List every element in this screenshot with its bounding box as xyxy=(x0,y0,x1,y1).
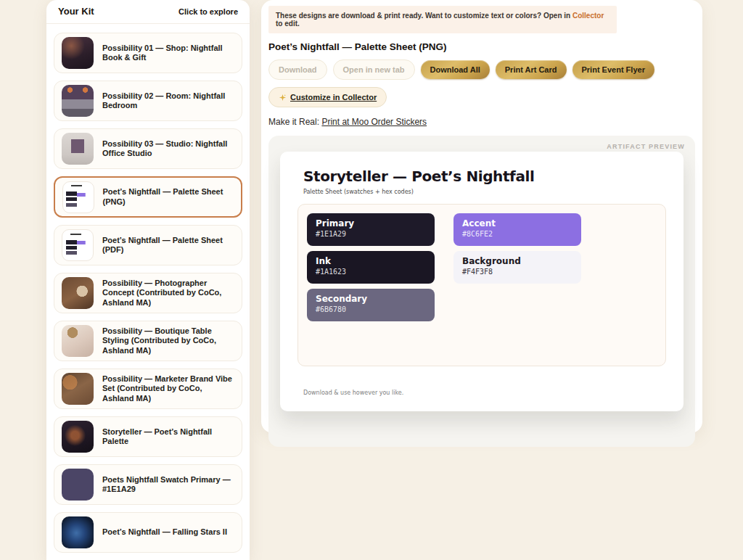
swatch-column-right: Accent #8C6FE2 Background #F4F3F8 xyxy=(453,213,581,284)
kit-item-label: Storyteller — Poet’s Nightfall Palette xyxy=(102,427,234,447)
color-swatch: Ink #1A1623 xyxy=(307,251,435,284)
main-panel: These designs are download & print ready… xyxy=(261,0,702,433)
swatch-name: Ink xyxy=(316,256,426,266)
color-swatch: Accent #8C6FE2 xyxy=(453,213,581,246)
palette-card-title: Storyteller — Poet’s Nightfall xyxy=(303,168,666,185)
moo-stickers-link[interactable]: Print at Moo Order Stickers xyxy=(321,117,427,127)
open-in-new-tab-button[interactable]: Open in new tab xyxy=(333,59,415,80)
palette-card-subtitle: Palette Sheet (swatches + hex codes) xyxy=(303,189,666,195)
print-event-flyer-button[interactable]: Print Event Flyer xyxy=(572,60,654,79)
kit-item-thumbnail xyxy=(62,516,94,548)
download-button[interactable]: Download xyxy=(268,59,327,80)
swatch-panel: Primary #1E1A29 Ink #1A1623 Secondary #6… xyxy=(297,204,666,366)
kit-item[interactable]: Poet’s Nightfall — Palette Sheet (PNG) xyxy=(54,176,242,218)
palette-sheet-card: Storyteller — Poet’s Nightfall Palette S… xyxy=(280,152,684,411)
kit-item[interactable]: Storyteller — Poet’s Nightfall Palette xyxy=(54,416,242,457)
notice-text-after: to edit. xyxy=(276,20,300,28)
swatch-hex: #8C6FE2 xyxy=(462,230,572,238)
swatch-hex: #6B6780 xyxy=(316,305,426,313)
sparkle-icon xyxy=(279,94,287,102)
kit-item[interactable]: Poet’s Nightfall — Falling Stars II xyxy=(54,512,242,553)
kit-item-label: Possibility — Boutique Table Styling (Co… xyxy=(102,326,234,355)
kit-item-thumbnail xyxy=(62,229,94,261)
kit-item[interactable]: Possibility 03 — Studio: Nightfall Offic… xyxy=(54,128,242,169)
swatch-hex: #F4F3F8 xyxy=(462,268,572,276)
color-swatch: Background #F4F3F8 xyxy=(453,251,581,284)
collector-link[interactable]: Collector xyxy=(572,12,604,20)
make-it-real-label: Make it Real: xyxy=(268,117,319,127)
kit-item-label: Possibility 01 — Shop: Nightfall Book & … xyxy=(102,44,234,63)
customize-label: Customize in Collector xyxy=(290,93,377,102)
kit-item[interactable]: Possibility 01 — Shop: Nightfall Book & … xyxy=(54,33,242,73)
kit-item-thumbnail xyxy=(62,277,94,309)
kit-item-label: Poet’s Nightfall — Falling Stars II xyxy=(102,527,227,537)
kit-item-thumbnail xyxy=(62,469,94,501)
print-art-card-button[interactable]: Print Art Card xyxy=(496,60,567,79)
action-button-row: Download Open in new tab Download All Pr… xyxy=(268,59,695,80)
kit-item-thumbnail xyxy=(62,37,94,69)
artifact-preview-badge: ARTIFACT PREVIEW xyxy=(607,143,685,150)
kit-item-thumbnail xyxy=(62,421,94,453)
kit-item[interactable]: Poet’s Nightfall — Palette Sheet (PDF) xyxy=(54,225,242,265)
kit-item-thumbnail xyxy=(62,373,94,405)
customize-in-collector-button[interactable]: Customize in Collector xyxy=(268,87,387,107)
kit-item-label: Poets Nightfall Swatch Primary — #1E1A29 xyxy=(102,475,234,495)
kit-item-thumbnail xyxy=(62,325,94,357)
color-swatch: Primary #1E1A29 xyxy=(307,213,435,246)
kit-item-thumbnail xyxy=(62,181,94,213)
swatch-name: Accent xyxy=(462,218,572,228)
kit-item-label: Poet’s Nightfall — Palette Sheet (PDF) xyxy=(102,236,234,255)
swatch-name: Primary xyxy=(316,218,426,228)
kit-item-thumbnail xyxy=(62,85,94,117)
kit-sidebar: Your Kit Click to explore Possibility 01… xyxy=(46,0,250,560)
palette-card-footer: Download & use however you like. xyxy=(303,390,666,396)
sidebar-title: Your Kit xyxy=(58,6,94,17)
kit-item-label: Possibility 03 — Studio: Nightfall Offic… xyxy=(102,139,234,159)
color-swatch: Secondary #6B6780 xyxy=(307,289,435,321)
kit-item[interactable]: Possibility 02 — Room: Nightfall Bedroom xyxy=(54,81,242,121)
kit-item-label: Possibility 02 — Room: Nightfall Bedroom xyxy=(102,91,234,111)
make-it-real-line: Make it Real: Print at Moo Order Sticker… xyxy=(268,117,695,127)
artifact-page-title: Poet’s Nightfall — Palette Sheet (PNG) xyxy=(268,41,695,52)
kit-item-thumbnail xyxy=(62,133,94,165)
kit-item-label: Possibility — Marketer Brand Vibe Set (C… xyxy=(102,374,234,403)
swatch-hex: #1E1A29 xyxy=(316,230,426,238)
kit-item[interactable]: Poets Nightfall Swatch Primary — #1E1A29 xyxy=(54,464,242,505)
swatch-hex: #1A1623 xyxy=(316,268,426,276)
click-to-explore-hint: Click to explore xyxy=(178,7,238,16)
sidebar-header: Your Kit Click to explore xyxy=(46,0,250,24)
artifact-preview: ARTIFACT PREVIEW Storyteller — Poet’s Ni… xyxy=(268,136,695,447)
kit-item[interactable]: Possibility — Boutique Table Styling (Co… xyxy=(54,321,242,361)
swatch-column-left: Primary #1E1A29 Ink #1A1623 Secondary #6… xyxy=(307,213,435,321)
download-all-button[interactable]: Download All xyxy=(421,60,490,79)
kit-item-label: Poet’s Nightfall — Palette Sheet (PNG) xyxy=(103,187,234,207)
kit-item[interactable]: Possibility — Photographer Concept (Cont… xyxy=(54,273,242,313)
kit-item-label: Possibility — Photographer Concept (Cont… xyxy=(102,279,234,308)
swatch-name: Background xyxy=(462,256,572,266)
notice-banner: These designs are download & print ready… xyxy=(268,6,617,33)
kit-item-list: Possibility 01 — Shop: Nightfall Book & … xyxy=(46,24,250,560)
swatch-name: Secondary xyxy=(316,294,426,304)
notice-text-before: These designs are download & print ready… xyxy=(276,12,572,20)
kit-item[interactable]: Possibility — Marketer Brand Vibe Set (C… xyxy=(54,368,242,409)
